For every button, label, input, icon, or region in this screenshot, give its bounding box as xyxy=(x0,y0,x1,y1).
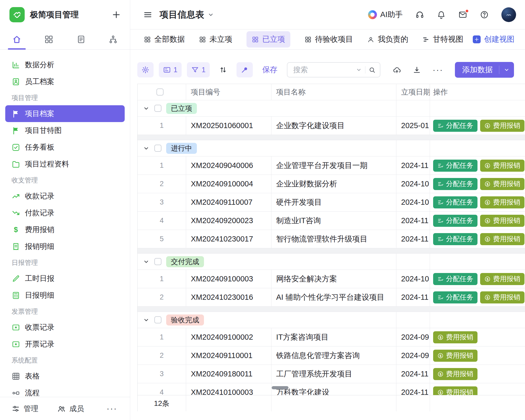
view-tab[interactable]: 未立项 xyxy=(199,34,232,45)
support-headset-icon[interactable] xyxy=(415,10,424,19)
group-collapse-icon[interactable] xyxy=(143,258,150,265)
sidebar-item[interactable]: 流程 xyxy=(5,385,125,397)
sidebar-item[interactable]: 工时日报 xyxy=(5,270,125,287)
field-config-button[interactable]: 1 xyxy=(159,62,182,77)
table-row[interactable]: 3XM202409110007硬件开发项目2024-10分配任务$费用报销 xyxy=(138,193,525,212)
expense-report-button[interactable]: $费用报销 xyxy=(433,368,477,380)
sidebar-item[interactable]: 付款记录 xyxy=(5,204,125,221)
view-tab[interactable]: 甘特视图 xyxy=(422,34,463,45)
assign-task-button[interactable]: 分配任务 xyxy=(433,196,477,208)
table-row[interactable]: 1XM202409100002IT方案咨询项目2024-09$费用报销 xyxy=(138,328,525,346)
inbox-button[interactable] xyxy=(458,10,467,19)
notifications-bell-icon[interactable] xyxy=(437,10,446,19)
nav-tab-docs[interactable] xyxy=(70,29,92,49)
column-header-project-id[interactable]: 项目编号 xyxy=(186,84,271,100)
pin-button[interactable] xyxy=(237,62,253,77)
table-row[interactable]: 2XM202409110001铁路信息化管理方案咨询2024-09$费用报销 xyxy=(138,346,525,365)
filter-button[interactable]: 1 xyxy=(187,62,210,77)
expense-report-button[interactable]: $费用报销 xyxy=(480,215,524,227)
expense-report-button[interactable]: $费用报销 xyxy=(480,196,524,208)
toolbar-more-button[interactable]: ··· xyxy=(433,65,443,75)
assign-task-button[interactable]: 分配任务 xyxy=(433,215,477,227)
view-tab[interactable]: 全部数据 xyxy=(144,34,185,45)
sidebar-item[interactable]: 表格 xyxy=(5,368,125,385)
settings-button[interactable] xyxy=(137,62,154,77)
group-checkbox[interactable] xyxy=(154,316,161,323)
table-row[interactable]: 1XM202409100003网络安全解决方案2024-10分配任务$费用报销 xyxy=(138,270,525,288)
column-header-date[interactable]: 立项日期 xyxy=(396,84,430,100)
assign-task-button[interactable]: 分配任务 xyxy=(433,291,477,303)
table-row[interactable]: 5XM202410230017智行物流管理软件升级项目2024-11分配任务$费… xyxy=(138,230,525,248)
sidebar-item[interactable]: 项目甘特图 xyxy=(5,122,125,139)
assign-task-button[interactable]: 分配任务 xyxy=(433,160,477,172)
sidebar-item[interactable]: 开票记录 xyxy=(5,336,125,353)
sidebar-item[interactable]: 员工档案 xyxy=(5,73,125,90)
sidebar-item[interactable]: 收票记录 xyxy=(5,319,125,336)
column-header-project-name[interactable]: 项目名称 xyxy=(271,84,396,100)
table-row[interactable]: 4XM202410100003万科数字化建设2024-11$费用报销 xyxy=(138,383,525,395)
expense-report-button[interactable]: $费用报销 xyxy=(433,386,477,395)
members-icon xyxy=(57,405,66,413)
sidebar-item[interactable]: 任务看板 xyxy=(5,139,125,156)
manage-button[interactable]: 管理 xyxy=(12,404,38,414)
assign-task-button[interactable]: 分配任务 xyxy=(433,233,477,245)
download-icon[interactable] xyxy=(413,66,421,74)
view-tab[interactable]: 我负责的 xyxy=(367,34,408,45)
group-checkbox[interactable] xyxy=(154,145,161,152)
table-row[interactable]: 2XM202410230016AI 辅助个性化学习平台建设项目2024-11分配… xyxy=(138,288,525,307)
members-button[interactable]: 成员 xyxy=(57,404,84,414)
table-row[interactable]: 4XM202409200023制造业IT咨询2024-11分配任务$费用报销 xyxy=(138,212,525,230)
ai-assistant-button[interactable]: AI助手 xyxy=(368,9,403,20)
sort-button[interactable] xyxy=(215,62,231,77)
help-icon[interactable] xyxy=(480,10,489,19)
select-all-checkbox[interactable] xyxy=(156,88,164,96)
save-button[interactable]: 保存 xyxy=(262,65,277,75)
sidebar-item[interactable]: 项目过程资料 xyxy=(5,156,125,172)
group-checkbox[interactable] xyxy=(154,258,161,265)
sidebar-item[interactable]: 报销明细 xyxy=(5,238,125,255)
menu-toggle-icon[interactable] xyxy=(143,10,152,19)
expense-report-button[interactable]: $费用报销 xyxy=(480,160,524,172)
group-checkbox[interactable] xyxy=(154,105,161,112)
expense-report-button[interactable]: $费用报销 xyxy=(480,273,524,285)
assign-task-button[interactable]: 分配任务 xyxy=(433,120,477,132)
title-chevron-icon[interactable] xyxy=(207,11,214,18)
nav-tab-tables[interactable] xyxy=(38,29,60,49)
expense-report-button[interactable]: $费用报销 xyxy=(480,178,524,190)
table-row[interactable]: 1XM202409040006企业管理平台开发项目一期2024-11分配任务$费… xyxy=(138,156,525,175)
import-icon[interactable] xyxy=(393,66,401,74)
table-row[interactable]: 2XM202409100004企业业财数据分析2024-10分配任务$费用报销 xyxy=(138,175,525,193)
table-row[interactable]: 3XM202409180011工厂管理系统开发项目2024-11$费用报销 xyxy=(138,365,525,383)
sidebar-item[interactable]: 收款记录 xyxy=(5,188,125,204)
sidebar-item[interactable]: $费用报销 xyxy=(5,221,125,238)
view-tab[interactable]: 已立项 xyxy=(246,31,290,48)
sidebar-item[interactable]: 项目档案 xyxy=(5,105,125,122)
group-collapse-icon[interactable] xyxy=(143,105,150,112)
column-header-actions[interactable]: 操作 xyxy=(430,84,525,100)
expense-report-button[interactable]: $费用报销 xyxy=(433,331,477,343)
expense-report-button[interactable]: $费用报销 xyxy=(433,350,477,362)
user-avatar[interactable] xyxy=(501,7,516,22)
search-scope-chevron-icon[interactable] xyxy=(356,67,362,73)
sidebar-more-button[interactable]: ··· xyxy=(107,404,117,413)
search-icon[interactable] xyxy=(369,66,376,74)
horizontal-scrollbar[interactable] xyxy=(272,386,288,389)
ticket-icon xyxy=(12,340,20,349)
nav-tab-home[interactable] xyxy=(6,29,28,49)
assign-task-button[interactable]: 分配任务 xyxy=(433,273,477,285)
nav-tab-workflow[interactable] xyxy=(102,29,124,49)
add-data-button[interactable]: 添加数据 xyxy=(455,62,514,78)
assign-task-button[interactable]: 分配任务 xyxy=(433,178,477,190)
group-collapse-icon[interactable] xyxy=(143,317,150,323)
create-view-button[interactable]: 创建视图 xyxy=(473,34,514,45)
group-collapse-icon[interactable] xyxy=(143,145,150,152)
add-app-icon[interactable] xyxy=(112,10,121,19)
expense-report-button[interactable]: $费用报销 xyxy=(480,120,524,132)
search-input[interactable] xyxy=(293,65,353,74)
expense-report-button[interactable]: $费用报销 xyxy=(480,233,524,245)
expense-report-button[interactable]: $费用报销 xyxy=(480,291,524,303)
view-tab[interactable]: 待验收项目 xyxy=(304,34,353,45)
sidebar-item[interactable]: 数据分析 xyxy=(5,56,125,73)
sidebar-item[interactable]: 日报明细 xyxy=(5,287,125,304)
table-row[interactable]: 1XM202501060001企业数字化建设项目2025-01分配任务$费用报销 xyxy=(138,117,525,135)
